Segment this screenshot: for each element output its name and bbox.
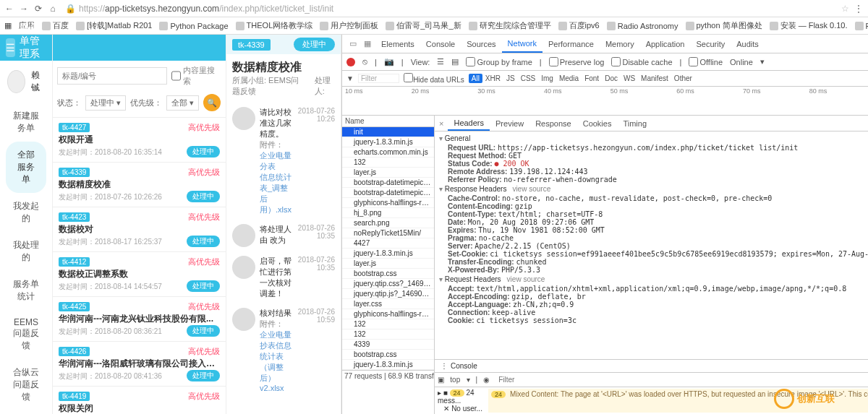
forward-icon[interactable]: → bbox=[19, 4, 29, 14]
home-icon[interactable]: ⌂ bbox=[48, 4, 58, 14]
view-source-link[interactable]: view source bbox=[512, 185, 550, 193]
network-timeline[interactable]: 10 ms20 ms30 ms40 ms50 ms60 ms70 ms80 ms… bbox=[342, 87, 868, 116]
network-row[interactable]: noReplyTicket15Min/ bbox=[342, 228, 434, 238]
network-row[interactable]: layer.css bbox=[342, 299, 434, 309]
devtools-tab[interactable]: Sources bbox=[461, 35, 501, 53]
star-icon[interactable]: ☆ bbox=[841, 4, 849, 14]
nav-item[interactable]: 全部服务单 bbox=[6, 142, 46, 193]
devtools-tab[interactable]: Audits bbox=[731, 35, 765, 53]
devtools-tab[interactable]: Console bbox=[420, 35, 461, 53]
network-row[interactable]: bootstrap.css bbox=[342, 269, 434, 279]
network-row[interactable]: jquery-1.8.3.min.js bbox=[342, 249, 434, 259]
network-row[interactable]: 132 bbox=[342, 319, 434, 329]
clear-icon[interactable]: ⦸ bbox=[362, 57, 367, 66]
preserve-log[interactable]: Preserve log bbox=[549, 57, 605, 66]
nav-item[interactable]: 服务单统计 bbox=[0, 271, 52, 310]
view-source-link[interactable]: view source bbox=[507, 275, 545, 283]
network-row[interactable]: bootstrap-datetimepicker.js bbox=[342, 178, 434, 188]
ticket-row[interactable]: tk-4339数据精度校准发起时间：2018-07-26 10:26:26高优先… bbox=[53, 162, 226, 207]
network-row[interactable]: layer.js bbox=[342, 168, 434, 178]
menu-icon[interactable]: ⋮ bbox=[854, 4, 864, 14]
request-tab[interactable]: Response bbox=[529, 116, 577, 131]
offline-check[interactable]: Offline bbox=[689, 57, 723, 66]
filter-type[interactable]: Media bbox=[556, 74, 582, 83]
network-row[interactable]: jquery.qtip.css?_1469070983 bbox=[342, 279, 434, 289]
devtools-tab[interactable]: Performance bbox=[542, 35, 600, 53]
priority-select[interactable]: 全部▾ bbox=[166, 95, 199, 111]
nav-item[interactable]: 开通及取消授权 bbox=[0, 410, 52, 414]
nav-item[interactable]: 新建服务单 bbox=[0, 103, 52, 142]
ticket-row[interactable]: tk-4419权限关闭发起时间：2018-08-17 16:14:33高优先级处… bbox=[53, 386, 226, 414]
nav-item[interactable]: 我处理的 bbox=[0, 232, 52, 271]
devtools-tab[interactable]: Application bbox=[640, 35, 691, 53]
network-row[interactable]: hj_8.png bbox=[342, 208, 434, 218]
devtools-tab[interactable]: Security bbox=[690, 35, 731, 53]
general-section[interactable]: General bbox=[439, 133, 868, 144]
filter-input[interactable]: Filter bbox=[358, 74, 399, 83]
request-tab[interactable]: Preview bbox=[490, 116, 529, 131]
search-input[interactable] bbox=[57, 67, 167, 85]
devtools-tab[interactable]: Elements bbox=[375, 35, 420, 53]
group-by-frame[interactable]: Group by frame bbox=[466, 57, 532, 66]
apps-icon[interactable]: ▦ bbox=[4, 21, 12, 30]
bookmark[interactable]: Python Extension F bbox=[855, 22, 868, 30]
filter-type[interactable]: All bbox=[469, 74, 482, 83]
network-row[interactable]: 132 bbox=[342, 158, 434, 168]
network-row[interactable]: 4427 bbox=[342, 238, 434, 249]
search-button[interactable]: 🔍 bbox=[203, 94, 221, 111]
filter-type[interactable]: Manifest bbox=[638, 74, 671, 83]
request-tab[interactable]: Timing bbox=[617, 116, 652, 131]
ticket-row[interactable]: tk-4423数据校对发起时间：2018-08-17 16:25:37高优先级处… bbox=[53, 207, 226, 251]
filter-type[interactable]: Img bbox=[538, 74, 556, 83]
filter-type[interactable]: XHR bbox=[482, 74, 503, 83]
network-row[interactable]: init bbox=[342, 127, 434, 137]
bookmark[interactable]: 伯雷哥_司马果_新 bbox=[386, 20, 461, 31]
network-row[interactable]: 132 bbox=[342, 329, 434, 340]
bookmark[interactable]: 百度ipv6 bbox=[558, 20, 600, 31]
filter-type[interactable]: JS bbox=[503, 74, 518, 83]
network-row[interactable]: jquery-1.8.3.min.js bbox=[342, 137, 434, 147]
filter-type[interactable]: Other bbox=[671, 74, 695, 83]
network-row[interactable]: layer.js bbox=[342, 259, 434, 269]
inspect-icon[interactable]: ▭ bbox=[346, 39, 359, 48]
network-row[interactable]: glyphicons-halflings-regular.w bbox=[342, 309, 434, 319]
network-row[interactable]: bootstrap.css bbox=[342, 350, 434, 360]
eye-icon[interactable]: ◉ bbox=[483, 376, 490, 384]
bookmark[interactable]: 安装 — Flask 0.10. bbox=[770, 20, 848, 31]
bookmark[interactable]: Python Package bbox=[159, 22, 228, 30]
devtools-tab[interactable]: Memory bbox=[600, 35, 640, 53]
disable-cache[interactable]: Disable cache bbox=[611, 57, 672, 66]
ticket-row[interactable]: tk-4425华润河南---河南龙兴钛业科技股份有限...发起时间：2018-0… bbox=[53, 296, 226, 341]
request-tab[interactable]: Cookies bbox=[577, 116, 618, 131]
bookmark[interactable]: 用户控制面板 bbox=[320, 20, 378, 31]
network-row[interactable]: search.png bbox=[342, 218, 434, 228]
record-icon[interactable] bbox=[346, 58, 355, 66]
nav-item[interactable]: 我发起的 bbox=[0, 193, 52, 232]
network-row[interactable]: echarts.common.min.js bbox=[342, 147, 434, 158]
capture-icon[interactable]: 📷 bbox=[384, 57, 394, 66]
filter-type[interactable]: CSS bbox=[518, 74, 539, 83]
status-select[interactable]: 处理中▾ bbox=[85, 95, 126, 111]
context-select[interactable]: ▣ top ▾ bbox=[438, 376, 470, 384]
bookmark[interactable]: 研究生院综合管理平 bbox=[469, 20, 551, 31]
request-tab[interactable]: Headers bbox=[448, 116, 490, 131]
hide-data-urls[interactable]: Hide data URLs bbox=[404, 73, 464, 84]
network-row[interactable]: bootstrap-datetimepicker.zh-C bbox=[342, 188, 434, 198]
online-select[interactable]: Online bbox=[730, 58, 753, 66]
network-row[interactable]: jquery-1.8.3.min.js bbox=[342, 360, 434, 370]
nav-item[interactable]: EEMS问题反馈 bbox=[0, 310, 52, 359]
url-bar[interactable]: 🔒 https://app-ticketsys.hezongyun.com/in… bbox=[62, 4, 834, 14]
devtools-tab[interactable]: Network bbox=[502, 35, 542, 53]
bookmark[interactable]: Radio Astronomy bbox=[607, 22, 678, 30]
close-icon[interactable]: × bbox=[435, 119, 448, 128]
response-headers-section[interactable]: Response Headers bbox=[445, 185, 507, 193]
filter-type[interactable]: Doc bbox=[602, 74, 621, 83]
ticket-row[interactable]: tk-4412数据校正调整系数发起时间：2018-08-14 14:54:57高… bbox=[53, 251, 226, 296]
request-headers-section[interactable]: Request Headers bbox=[445, 275, 501, 283]
view-small-icon[interactable]: ▤ bbox=[451, 57, 459, 66]
search-in-content[interactable]: 内容里搜索 bbox=[171, 65, 221, 87]
filter-icon[interactable]: ▼ bbox=[346, 74, 354, 82]
console-filter[interactable] bbox=[495, 376, 868, 384]
bookmark[interactable]: [转载]Matlab R201 bbox=[76, 20, 152, 31]
ticket-row[interactable]: tk-4427权限开通发起时间：2018-08-20 16:35:14高优先级处… bbox=[53, 117, 226, 162]
